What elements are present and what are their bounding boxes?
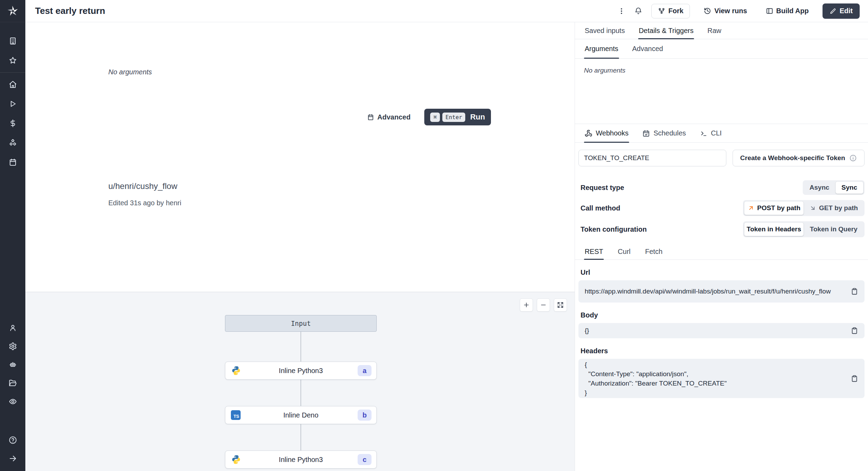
- tab-arguments[interactable]: Arguments: [584, 39, 619, 58]
- build-app-button[interactable]: Build App: [761, 4, 814, 18]
- graph-controls: [520, 298, 567, 312]
- sidebar-item-folders[interactable]: [0, 374, 25, 392]
- headers-value: { "Content-Type": "application/json", "A…: [585, 360, 851, 397]
- node-badge: b: [358, 410, 372, 421]
- panel-no-arguments-text: No arguments: [584, 66, 859, 75]
- sidebar-expand-button[interactable]: [0, 449, 25, 468]
- graph-node-b[interactable]: TS Inline Deno b: [225, 406, 377, 424]
- webhook-icon: [585, 130, 592, 137]
- flow-graph[interactable]: Input Inline Python3 a TS Inline Deno: [25, 292, 575, 471]
- async-option[interactable]: Async: [804, 181, 835, 194]
- advanced-run-button[interactable]: Advanced: [367, 113, 411, 121]
- tab-details-triggers[interactable]: Details & Triggers: [638, 22, 694, 39]
- tab-saved-inputs[interactable]: Saved inputs: [584, 22, 626, 39]
- create-token-label: Create a Webhook-specific Token: [740, 154, 845, 162]
- sidebar-item-variables[interactable]: [0, 114, 25, 133]
- run-canvas: No arguments Advanced ⌘ Enter Run u/henr…: [25, 22, 575, 471]
- advanced-label: Advanced: [377, 113, 411, 121]
- gear-icon: [9, 342, 17, 350]
- plus-icon: [523, 301, 530, 308]
- flow-meta: u/henri/cushy_flow Edited 31s ago by hen…: [108, 181, 181, 207]
- sidebar-workspace-group: [0, 31, 25, 172]
- details-panel: Saved inputs Details & Triggers Raw Argu…: [575, 22, 868, 471]
- fullscreen-button[interactable]: [554, 298, 567, 312]
- sidebar-item-help[interactable]: [0, 431, 25, 449]
- headers-box: { "Content-Type": "application/json", "A…: [578, 359, 865, 398]
- copy-headers-button[interactable]: [851, 375, 858, 382]
- calendar-icon: [367, 114, 374, 121]
- sidebar-item-users[interactable]: [0, 319, 25, 337]
- star-icon: [9, 56, 17, 65]
- request-type-label: Request type: [581, 184, 624, 192]
- webhooks-label: Webhooks: [596, 129, 628, 137]
- sidebar-item-favorites[interactable]: [0, 51, 25, 70]
- topbar: Test early return Fork View runs: [25, 0, 868, 22]
- tab-raw[interactable]: Raw: [707, 22, 722, 39]
- token-configuration-toggle: Token in Headers Token in Query: [743, 221, 865, 237]
- url-label: Url: [581, 269, 862, 276]
- minus-icon: [540, 301, 547, 308]
- token-configuration-label: Token configuration: [581, 225, 647, 233]
- sync-option[interactable]: Sync: [835, 181, 863, 194]
- node-badge: c: [358, 454, 372, 465]
- play-icon: [9, 100, 17, 108]
- sidebar-admin-group: [0, 319, 25, 411]
- building-icon: [9, 37, 17, 45]
- sidebar-item-audit-logs[interactable]: [0, 392, 25, 411]
- sidebar-item-resources[interactable]: [0, 133, 25, 152]
- input-node-label: Input: [291, 320, 311, 327]
- calendar-check-icon: [642, 130, 650, 137]
- create-webhook-token-button[interactable]: Create a Webhook-specific Token: [733, 150, 865, 166]
- get-by-path-option[interactable]: GET by path: [804, 201, 863, 215]
- fork-button[interactable]: Fork: [651, 4, 690, 18]
- tab-curl[interactable]: Curl: [617, 244, 631, 259]
- graph-node-c[interactable]: Inline Python3 c: [225, 451, 377, 469]
- node-title: Inline Python3: [279, 456, 323, 464]
- sidebar-item-home[interactable]: [0, 75, 25, 94]
- folder-open-icon: [9, 379, 17, 387]
- tab-schedules[interactable]: Schedules: [642, 124, 686, 142]
- notifications-button[interactable]: [634, 7, 642, 15]
- tab-webhooks[interactable]: Webhooks: [584, 124, 629, 142]
- content-row: No arguments Advanced ⌘ Enter Run u/henr…: [25, 22, 868, 471]
- edit-button[interactable]: Edit: [823, 3, 860, 19]
- maximize-icon: [557, 301, 564, 308]
- view-runs-button[interactable]: View runs: [699, 4, 752, 18]
- url-value: https://app.windmill.dev/api/w/windmill-…: [585, 287, 851, 296]
- tab-cli[interactable]: CLI: [699, 124, 723, 142]
- copy-body-button[interactable]: [851, 327, 858, 334]
- token-row: Create a Webhook-specific Token: [578, 150, 865, 166]
- token-in-query-option[interactable]: Token in Query: [804, 222, 863, 236]
- more-menu-button[interactable]: [618, 7, 625, 15]
- run-button[interactable]: ⌘ Enter Run: [424, 109, 491, 125]
- cmd-key-badge: ⌘: [430, 113, 440, 122]
- zoom-in-button[interactable]: [520, 298, 533, 312]
- kebab-menu-icon: [618, 7, 625, 15]
- tab-rest[interactable]: REST: [584, 244, 604, 259]
- enter-key-badge: Enter: [442, 113, 465, 122]
- call-method-toggle: POST by path GET by path: [743, 200, 865, 216]
- sidebar-item-runs[interactable]: [0, 94, 25, 114]
- cli-label: CLI: [711, 129, 722, 137]
- token-input[interactable]: [578, 150, 726, 166]
- dollar-icon: [9, 119, 17, 127]
- token-in-headers-option[interactable]: Token in Headers: [744, 222, 804, 236]
- sidebar-item-settings[interactable]: [0, 337, 25, 355]
- post-by-path-option[interactable]: POST by path: [744, 201, 804, 215]
- fork-label: Fork: [668, 7, 683, 15]
- tab-fetch[interactable]: Fetch: [644, 244, 663, 259]
- graph-node-a[interactable]: Inline Python3 a: [225, 362, 377, 380]
- sidebar-item-workspace[interactable]: [0, 31, 25, 51]
- page-title: Test early return: [35, 6, 105, 16]
- schedules-label: Schedules: [653, 129, 686, 137]
- sidebar-item-workers[interactable]: [0, 355, 25, 374]
- app-root: Test early return Fork View runs: [0, 0, 868, 471]
- copy-url-button[interactable]: [851, 288, 858, 295]
- tab-advanced[interactable]: Advanced: [632, 39, 664, 58]
- robot-icon: [9, 361, 17, 369]
- get-by-path-label: GET by path: [819, 204, 858, 212]
- windmill-logo[interactable]: [0, 0, 25, 22]
- zoom-out-button[interactable]: [537, 298, 550, 312]
- graph-node-input[interactable]: Input: [225, 315, 377, 332]
- sidebar-item-schedules[interactable]: [0, 152, 25, 172]
